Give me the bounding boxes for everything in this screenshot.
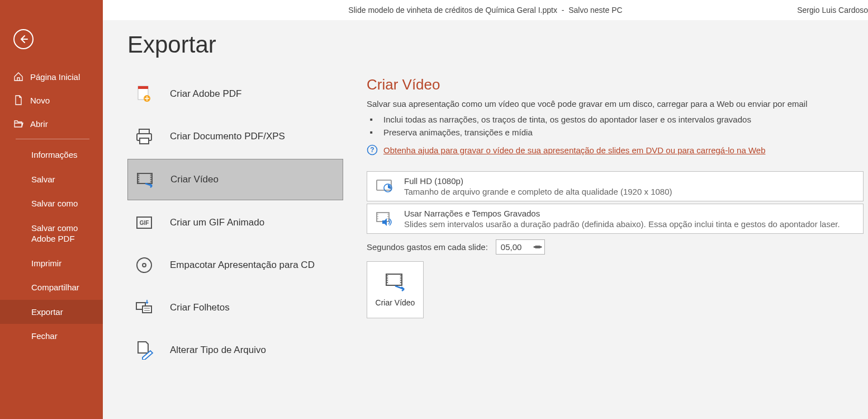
doc-name: Slide modelo de vinheta de créditos de Q… — [348, 6, 557, 15]
export-gif-label: Criar um GIF Animado — [170, 217, 264, 228]
folder-open-icon — [13, 119, 23, 129]
svg-point-40 — [387, 282, 388, 283]
svg-point-30 — [377, 218, 378, 219]
monitor-icon — [375, 177, 393, 195]
sidebar-export[interactable]: Exportar — [0, 300, 103, 324]
narrations-text: Usar Narrações e Tempos Gravados Slides … — [404, 209, 840, 229]
export-package-cd[interactable]: Empacotar Apresentação para CD — [127, 245, 343, 285]
document-title: Slide modelo de vinheta de créditos de Q… — [348, 6, 622, 15]
create-video-button[interactable]: Criar Vídeo — [367, 261, 424, 318]
narrations-sub: Slides sem intervalos usarão a duração p… — [404, 219, 840, 229]
user-name[interactable]: Sergio Luis Cardoso — [797, 6, 868, 15]
seconds-row: Segundos gastos em cada slide: 05,00 — [367, 239, 864, 255]
printer-icon — [134, 126, 154, 147]
svg-point-16 — [150, 181, 151, 182]
sidebar-open[interactable]: Abrir — [0, 112, 103, 135]
video-icon — [135, 170, 155, 190]
sidebar-home[interactable]: Página Inicial — [0, 65, 103, 88]
sidebar-save[interactable]: Salvar — [0, 167, 103, 192]
svg-point-20 — [143, 263, 146, 267]
help-link-row: ? Obtenha ajuda para gravar o vídeo de s… — [367, 144, 864, 156]
gif-icon: GIF — [134, 213, 154, 233]
svg-point-14 — [150, 177, 151, 178]
svg-rect-3 — [139, 129, 149, 134]
quality-title: Full HD (1080p) — [404, 176, 672, 186]
sidebar-share[interactable]: Compartilhar — [0, 275, 103, 300]
export-handouts-label: Criar Folhetos — [170, 302, 230, 313]
detail-bullet-list: Inclui todas as narrações, os traços de … — [367, 113, 864, 139]
svg-rect-22 — [143, 306, 151, 313]
handouts-icon — [134, 298, 154, 318]
sidebar-save-as[interactable]: Salvar como — [0, 191, 103, 216]
detail-description: Salvar sua apresentação como um vídeo qu… — [367, 99, 864, 109]
svg-point-12 — [138, 181, 139, 182]
detail-bullet-2: Preserva animações, transições e mídia — [383, 126, 864, 139]
svg-point-31 — [387, 214, 388, 215]
sidebar-home-label: Página Inicial — [30, 72, 80, 82]
sidebar-open-label: Abrir — [30, 119, 48, 129]
svg-point-38 — [387, 277, 388, 279]
seconds-spinner[interactable]: 05,00 — [496, 239, 545, 255]
svg-point-10 — [138, 177, 139, 178]
export-adobe-pdf-label: Criar Adobe PDF — [170, 88, 242, 100]
create-video-button-label: Criar Vídeo — [376, 298, 415, 307]
detail-title: Criar Vídeo — [367, 76, 864, 93]
arrow-left-icon — [18, 34, 29, 44]
export-gif[interactable]: GIF Criar um GIF Animado — [127, 203, 343, 243]
detail-pane: Criar Vídeo Salvar sua apresentação como… — [367, 76, 868, 318]
sidebar-close[interactable]: Fechar — [0, 324, 103, 349]
svg-point-44 — [400, 282, 401, 283]
svg-point-29 — [377, 216, 378, 217]
quality-sub: Tamanho de arquivo grande e completo de … — [404, 187, 672, 196]
cd-icon — [134, 255, 154, 275]
svg-point-43 — [400, 280, 401, 281]
svg-rect-27 — [377, 213, 389, 222]
sidebar-new-label: Novo — [30, 96, 50, 105]
sidebar-new[interactable]: Novo — [0, 88, 103, 112]
export-change-type-label: Alterar Tipo de Arquivo — [170, 345, 266, 356]
help-link[interactable]: Obtenha ajuda para gravar o vídeo de sua… — [383, 145, 765, 155]
quality-dropdown[interactable]: Full HD (1080p) Tamanho de arquivo grand… — [367, 171, 864, 201]
page-title: Exportar — [127, 31, 868, 58]
export-change-type[interactable]: Alterar Tipo de Arquivo — [127, 330, 343, 370]
export-pdf-xps-label: Criar Documento PDF/XPS — [170, 131, 285, 142]
change-type-icon — [134, 340, 154, 360]
svg-rect-5 — [140, 138, 149, 144]
svg-point-39 — [387, 280, 388, 281]
narration-icon — [375, 210, 393, 228]
document-icon — [13, 95, 23, 105]
export-adobe-pdf[interactable]: Criar Adobe PDF — [127, 74, 343, 114]
main-content: Exportar Criar Adobe PDF Criar Documento… — [103, 20, 868, 419]
sidebar-print[interactable]: Imprimir — [0, 251, 103, 276]
export-package-cd-label: Empacotar Apresentação para CD — [170, 260, 315, 271]
home-icon — [13, 72, 23, 82]
seconds-value: 05,00 — [501, 242, 522, 252]
narrations-dropdown[interactable]: Usar Narrações e Tempos Gravados Slides … — [367, 204, 864, 234]
svg-text:?: ? — [370, 146, 374, 154]
back-button[interactable] — [13, 29, 34, 49]
svg-point-33 — [387, 218, 388, 219]
help-icon: ? — [367, 144, 378, 156]
sidebar-info[interactable]: Informações — [0, 143, 103, 167]
export-options-list: Criar Adobe PDF Criar Documento PDF/XPS … — [127, 74, 343, 370]
svg-rect-34 — [386, 274, 402, 285]
sidebar-save-as-adobe[interactable]: Salvar como Adobe PDF — [0, 216, 103, 251]
export-create-video-label: Criar Vídeo — [170, 174, 219, 185]
svg-point-41 — [400, 275, 401, 276]
export-pdf-xps[interactable]: Criar Documento PDF/XPS — [127, 116, 343, 157]
svg-rect-1 — [138, 86, 148, 89]
svg-point-32 — [387, 216, 388, 217]
save-status: Salvo neste PC — [568, 6, 623, 15]
svg-point-15 — [150, 179, 151, 180]
export-handouts[interactable]: Criar Folhetos — [127, 288, 343, 328]
svg-point-11 — [138, 179, 139, 180]
titlebar: Slide modelo de vinheta de créditos de Q… — [103, 0, 868, 20]
svg-point-9 — [138, 175, 139, 176]
svg-point-13 — [150, 175, 151, 176]
svg-point-37 — [387, 275, 388, 276]
backstage-sidebar: Página Inicial Novo Abrir Informações Sa… — [0, 0, 103, 419]
seconds-label: Segundos gastos em cada slide: — [367, 242, 488, 252]
svg-text:GIF: GIF — [140, 220, 149, 226]
export-create-video[interactable]: Criar Vídeo — [127, 159, 343, 200]
sidebar-divider — [16, 139, 89, 139]
